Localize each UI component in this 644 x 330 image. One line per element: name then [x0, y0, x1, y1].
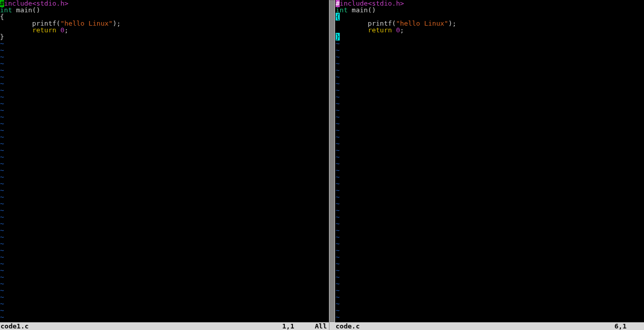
- status-left-percent: All: [315, 322, 329, 330]
- empty-line: ~: [336, 314, 644, 320]
- vim-window: #include<stdio.h>int main(){ printf("hel…: [0, 0, 644, 330]
- empty-line: ~: [0, 187, 328, 193]
- empty-line: ~: [0, 147, 328, 153]
- empty-line: ~: [336, 300, 644, 307]
- status-left: code1.c 1,1 All: [0, 322, 329, 330]
- status-right-percent: [642, 322, 644, 330]
- empty-line: ~: [0, 234, 328, 240]
- empty-line: ~: [0, 173, 328, 180]
- empty-line: ~: [336, 260, 644, 267]
- empty-line: ~: [336, 47, 644, 53]
- code-token: ;: [64, 26, 68, 34]
- code-line[interactable]: #include<stdio.h>: [0, 0, 328, 7]
- pane-right[interactable]: #include<stdio.h>int main(){ printf("hel…: [336, 0, 644, 322]
- empty-line: ~: [0, 133, 328, 140]
- empty-line: ~: [0, 280, 328, 287]
- status-left-cursor: 1,1: [282, 322, 315, 330]
- empty-line: ~: [0, 307, 328, 314]
- empty-line: ~: [0, 127, 328, 133]
- empty-line: ~: [336, 120, 644, 127]
- empty-line: ~: [336, 160, 644, 167]
- status-separator: [329, 322, 335, 330]
- code-token: [336, 26, 368, 34]
- empty-line: ~: [0, 47, 328, 53]
- code-token: [0, 26, 32, 34]
- empty-line: ~: [0, 200, 328, 207]
- status-right-cursor: 6,1: [615, 322, 642, 330]
- empty-line: ~: [336, 53, 644, 60]
- empty-line: ~: [336, 127, 644, 133]
- tilde-marker: ~: [336, 313, 340, 321]
- empty-line: ~: [0, 113, 328, 120]
- empty-line: ~: [0, 67, 328, 73]
- empty-line: ~: [0, 107, 328, 113]
- empty-line: ~: [0, 53, 328, 60]
- empty-line: ~: [336, 294, 644, 300]
- empty-line: ~: [336, 173, 644, 180]
- vertical-split-separator[interactable]: [329, 0, 335, 322]
- code-line[interactable]: int main(): [0, 7, 328, 13]
- empty-line: ~: [0, 287, 328, 294]
- empty-line: ~: [336, 240, 644, 247]
- empty-line: ~: [0, 167, 328, 173]
- empty-line: ~: [336, 247, 644, 254]
- empty-line: ~: [336, 267, 644, 274]
- status-line: code1.c 1,1 All code.c 6,1: [0, 322, 644, 330]
- tilde-marker: ~: [0, 313, 4, 321]
- empty-line: ~: [336, 153, 644, 160]
- code-token: return: [32, 26, 57, 34]
- empty-line: ~: [0, 207, 328, 213]
- status-left-filename: code1.c: [0, 322, 29, 330]
- empty-line: ~: [336, 274, 644, 280]
- empty-line: ~: [0, 120, 328, 127]
- empty-line: ~: [0, 213, 328, 220]
- empty-line: ~: [0, 294, 328, 300]
- empty-line: ~: [336, 234, 644, 240]
- empty-line: ~: [336, 254, 644, 260]
- empty-line: ~: [0, 274, 328, 280]
- empty-line: ~: [336, 147, 644, 153]
- empty-line: ~: [0, 227, 328, 234]
- empty-line: ~: [0, 180, 328, 187]
- code-token: );: [448, 20, 456, 27]
- empty-line: ~: [0, 254, 328, 260]
- empty-line: ~: [0, 220, 328, 227]
- code-line[interactable]: return 0;: [336, 27, 644, 33]
- empty-line: ~: [0, 160, 328, 167]
- status-right-filename: code.c: [335, 322, 360, 330]
- empty-line: ~: [336, 140, 644, 147]
- code-token: main(): [347, 6, 376, 14]
- empty-line: ~: [336, 187, 644, 193]
- empty-line: ~: [0, 240, 328, 247]
- empty-line: ~: [0, 300, 328, 307]
- empty-line: ~: [0, 140, 328, 147]
- empty-line: ~: [336, 213, 644, 220]
- empty-line: ~: [0, 247, 328, 254]
- empty-line: ~: [0, 260, 328, 267]
- code-line[interactable]: return 0;: [0, 27, 328, 33]
- empty-line: ~: [336, 73, 644, 80]
- code-line[interactable]: }: [336, 33, 644, 40]
- empty-line: ~: [0, 93, 328, 100]
- empty-line: ~: [336, 107, 644, 113]
- empty-line: ~: [336, 80, 644, 87]
- code-line[interactable]: int main(): [336, 7, 644, 13]
- empty-line: ~: [336, 67, 644, 73]
- code-token: main(): [12, 6, 40, 14]
- empty-line: ~: [336, 60, 644, 67]
- empty-line: ~: [0, 153, 328, 160]
- pane-left[interactable]: #include<stdio.h>int main(){ printf("hel…: [0, 0, 328, 322]
- status-right: code.c 6,1: [335, 322, 644, 330]
- empty-line: ~: [336, 180, 644, 187]
- empty-line: ~: [336, 93, 644, 100]
- code-line[interactable]: }: [0, 33, 328, 40]
- code-line[interactable]: #include<stdio.h>: [336, 0, 644, 7]
- empty-line: ~: [0, 193, 328, 200]
- empty-line: ~: [0, 80, 328, 87]
- empty-line: ~: [336, 307, 644, 314]
- empty-line: ~: [336, 40, 644, 47]
- empty-line: ~: [336, 207, 644, 213]
- empty-line: ~: [0, 40, 328, 47]
- empty-line: ~: [0, 100, 328, 107]
- code-token: ;: [400, 26, 404, 34]
